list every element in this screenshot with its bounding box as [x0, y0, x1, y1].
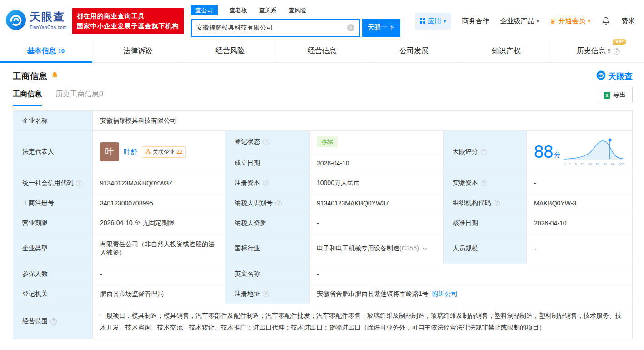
search-tabs: 查公司 查老板 查关系 查风险 [191, 5, 400, 15]
value-reg-capital: 10000万人民币 [310, 173, 444, 193]
value-credit-code: 91340123MAKBQ0YW37 [93, 173, 225, 193]
tianyancha-logo[interactable]: 天眼查 TianYanCha.com [5, 10, 67, 32]
chevron-down-icon: ▾ [444, 18, 446, 24]
help-icon[interactable]: ? [263, 139, 269, 145]
search-box: × [191, 19, 360, 37]
help-icon[interactable]: ? [275, 200, 282, 206]
value-insured-count: - [93, 264, 225, 284]
field-label-english-name: 英文名称 [225, 264, 310, 284]
tab-basic-info[interactable]: 基本信息 10 [0, 40, 92, 62]
brand-domain: TianYanCha.com [30, 25, 67, 30]
business-info-table: 企业名称 安徽福耀模具科技有限公司 法定代表人 叶 叶舒 关联企业 22 登记状… [13, 110, 633, 339]
value-english-name: - [310, 264, 633, 284]
tab-operation-info[interactable]: 经营信息 [276, 40, 368, 62]
subtab-business-info[interactable]: 工商信息 [13, 90, 42, 106]
chevron-down-icon[interactable] [422, 245, 427, 250]
value-reg-status: 存续 [310, 131, 444, 153]
score-axis: 01 315 5085 9799 100 [563, 162, 625, 166]
help-icon[interactable]: ? [76, 180, 82, 186]
slogan-banner: 都在用的商业查询工具 国家中小企业发展子基金旗下机构 [72, 8, 184, 34]
nav-open-vip[interactable]: ♛ 开通会员 ▾ [550, 17, 590, 25]
nav-enterprise-products[interactable]: 企业级产品 ▾ [500, 17, 539, 25]
search-input[interactable] [196, 24, 347, 31]
legal-rep-avatar[interactable]: 叶 [100, 142, 119, 161]
field-label-address: 注册地址? [225, 284, 310, 304]
tab-company-development[interactable]: 公司发展 [368, 40, 460, 62]
subscribe-bell-icon[interactable] [51, 71, 59, 81]
table-row: 统一社会信用代码? 91340123MAKBQ0YW37 注册资本? 10000… [13, 173, 633, 193]
field-label-business-scope: 经营范围? [13, 304, 93, 339]
help-icon[interactable]: ? [614, 48, 620, 55]
tab-legal-proceedings[interactable]: 法律诉讼 [92, 40, 184, 62]
field-label-establish-date: 成立日期 [225, 153, 310, 173]
top-nav: 应用 ▾ 商务合作 企业级产品 ▾ ♛ 开通会员 ▾ 费米 [415, 13, 635, 30]
field-label-reg-capital: 注册资本? [225, 173, 310, 193]
section-title-row: 工商信息 [13, 70, 59, 82]
search-tab-risk[interactable]: 查风险 [289, 6, 306, 15]
field-label-paid-capital: 实缴资本? [444, 173, 527, 193]
field-label-reg-number: 工商注册号 [13, 193, 93, 213]
table-row: 工商注册号 340123000708995 纳税人识别号? 91340123MA… [13, 193, 633, 213]
field-label-staff-size: 人员规模 [444, 233, 527, 264]
help-icon[interactable]: ? [263, 291, 269, 297]
help-icon[interactable]: ? [481, 149, 487, 155]
subtab-history-business-info[interactable]: 历史工商信息0 [55, 90, 103, 106]
score-unit: 分 [554, 151, 560, 159]
section-head: 工商信息 天眼查 [0, 63, 644, 85]
industry-code: (C356) [399, 245, 419, 252]
network-icon [145, 149, 151, 155]
slogan-line-2: 国家中小企业发展子基金旗下机构 [77, 21, 179, 31]
search-area: 查公司 查老板 查关系 查风险 × 天眼一下 [191, 5, 400, 37]
field-label-reg-authority: 登记机关 [13, 284, 93, 304]
help-icon[interactable]: ? [50, 318, 57, 325]
help-icon[interactable]: ? [263, 180, 269, 186]
legal-rep-link[interactable]: 叶舒 [124, 148, 137, 156]
tab-intellectual-property[interactable]: 知识产权 [460, 40, 552, 62]
brand-name: 天眼查 [30, 11, 67, 23]
help-icon[interactable]: ? [481, 180, 487, 186]
field-label-company-type: 企业类型 [13, 233, 93, 264]
field-label-org-code: 组织机构代码? [444, 193, 527, 213]
table-row: 参保人数 - 英文名称 - [13, 264, 633, 284]
field-label-company-name: 企业名称 [13, 111, 93, 131]
value-industry: 电子和电工机械专用设备制造(C356) [310, 233, 444, 264]
value-org-code: MAKBQ0YW-3 [527, 193, 633, 213]
score-distribution-chart: 01 315 5085 9799 100 [563, 138, 625, 166]
table-row: 企业名称 安徽福耀模具科技有限公司 [13, 111, 633, 131]
table-row: 法定代表人 叶 叶舒 关联企业 22 登记状态? 存续 天眼评分? [13, 131, 633, 153]
chevron-down-icon: ▾ [536, 18, 539, 24]
search-tab-relation[interactable]: 查关系 [259, 6, 277, 15]
apps-menu[interactable]: 应用 ▾ [415, 13, 451, 30]
tab-history-info[interactable]: VIP 历史信息 5 ? [552, 40, 644, 62]
search-button[interactable]: 天眼一下 [362, 19, 400, 37]
table-row: 经营范围? 一般项目：模具制造；模具销售；汽车零部件及配件制造；汽车零配件批发；… [13, 304, 633, 339]
field-label-taxpayer-quality: 纳税人资质 [225, 213, 310, 233]
status-badge: 存续 [317, 136, 338, 147]
nearby-companies-link[interactable]: 附近公司 [432, 290, 458, 297]
value-taxpayer-quality: - [310, 213, 444, 233]
help-icon[interactable]: ? [494, 200, 500, 206]
crown-icon: ♛ [550, 18, 556, 25]
tianyancha-swirl-icon [596, 70, 606, 82]
table-row: 营业期限 2026-04-10 至 无固定期限 纳税人资质 - 核准日期 202… [13, 213, 633, 233]
value-score: 88 分 01 315 5085 9799 100 [527, 131, 633, 173]
search-tab-company[interactable]: 查公司 [191, 5, 218, 15]
field-label-score: 天眼评分? [444, 131, 527, 173]
nav-username[interactable]: 费米 [621, 17, 635, 25]
score-number: 88 [534, 143, 553, 160]
nav-business-cooperation[interactable]: 商务合作 [462, 17, 489, 25]
tab-operation-risk[interactable]: 经营风险 [184, 40, 276, 62]
export-button[interactable]: x 导出 [597, 87, 633, 103]
grid-icon [420, 18, 425, 24]
value-establish-date: 2026-04-10 [310, 153, 444, 173]
field-label-reg-status: 登记状态? [225, 131, 310, 153]
excel-icon: x [604, 92, 610, 99]
related-companies-badge[interactable]: 关联企业 22 [142, 146, 186, 158]
value-approval-date: 2026-04-10 [527, 213, 633, 233]
clear-icon[interactable]: × [347, 24, 354, 31]
table-row: 登记机关 肥西县市场监督管理局 注册地址? 安徽省合肥市肥西县紫蓬镇将军岭路1号… [13, 284, 633, 304]
search-tab-boss[interactable]: 查老板 [230, 6, 247, 15]
slogan-line-1: 都在用的商业查询工具 [77, 11, 179, 21]
field-label-approval-date: 核准日期 [444, 213, 527, 233]
notification-bell-icon[interactable] [601, 16, 610, 25]
